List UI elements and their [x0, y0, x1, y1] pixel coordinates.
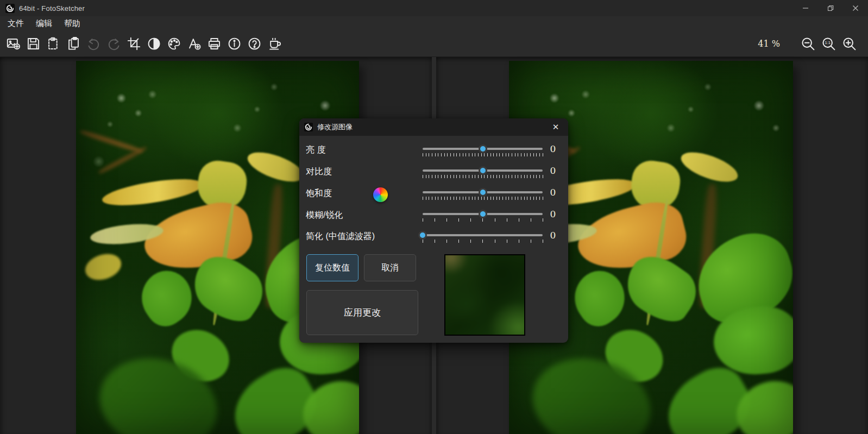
- slider-thumb[interactable]: [479, 210, 487, 218]
- save-icon: [26, 36, 41, 51]
- slider-label: 亮 度: [306, 144, 325, 156]
- svg-text:1:1: 1:1: [825, 40, 830, 45]
- slider-label: 饱和度: [306, 187, 332, 199]
- slider-label: 简化 (中值滤波器): [306, 230, 375, 242]
- donate-button[interactable]: [265, 33, 285, 55]
- copy-button[interactable]: [43, 33, 64, 55]
- leaf-shape: [164, 318, 237, 393]
- dialog-close-button[interactable]: ✕: [543, 118, 568, 136]
- close-icon: [852, 5, 859, 11]
- zoom-level: 41 %: [758, 39, 780, 49]
- leaf-shape: [194, 159, 249, 213]
- slider-track[interactable]: [423, 234, 543, 236]
- slider-value: 0: [545, 165, 561, 177]
- coffee-icon: [267, 36, 282, 51]
- preview-thumbnail: [444, 254, 525, 336]
- toolbar-zoom-group: 41 % 1:1: [758, 33, 868, 55]
- menubar: 文件编辑帮助: [0, 16, 868, 31]
- leaf-shape: [645, 199, 669, 325]
- modify-source-dialog: 修改源图像 ✕ 亮 度0对比度0饱和度0模糊/锐化0简化 (中值滤波器)0 复位…: [299, 118, 568, 343]
- window-controls: [793, 0, 868, 16]
- close-button[interactable]: [843, 0, 868, 16]
- open-image-icon: [6, 36, 21, 51]
- print-icon: [207, 36, 222, 51]
- minimize-button[interactable]: [793, 0, 818, 16]
- titlebar[interactable]: 64bit - FotoSketcher: [0, 0, 868, 16]
- undo-button: [84, 33, 104, 55]
- leaf-shape: [100, 174, 204, 211]
- leaf-shape: [264, 184, 284, 307]
- color-wheel-icon: [373, 187, 388, 202]
- leaf-shape: [522, 345, 661, 434]
- slider-thumb[interactable]: [479, 144, 487, 153]
- cancel-button[interactable]: 取消: [364, 254, 416, 281]
- contrast-icon: [147, 36, 161, 51]
- leaf-shape: [564, 262, 636, 334]
- add-text-icon: [187, 36, 202, 51]
- menu-item-2[interactable]: 帮助: [58, 17, 86, 30]
- dialog-titlebar[interactable]: 修改源图像 ✕: [299, 118, 568, 136]
- leaf-shape: [571, 196, 690, 280]
- leaf-shape: [89, 345, 227, 434]
- clipboard-dashed-icon: [46, 36, 61, 51]
- print-button[interactable]: [204, 33, 224, 55]
- zoom-in-button[interactable]: [839, 33, 859, 55]
- slider-thumb[interactable]: [479, 188, 487, 197]
- redo-button: [104, 33, 124, 55]
- slider-ticks: [423, 240, 543, 243]
- leaf-shape: [710, 304, 793, 378]
- palette-icon: [167, 36, 181, 51]
- restore-button[interactable]: [818, 0, 843, 16]
- leaf-shape: [698, 184, 718, 307]
- menu-item-1[interactable]: 编辑: [30, 17, 58, 30]
- minimize-icon: [802, 5, 809, 11]
- slider-ticks: [423, 197, 543, 200]
- leaf-shape: [728, 372, 793, 434]
- slider-label: 模糊/锐化: [306, 209, 343, 221]
- slider-value: 0: [545, 229, 561, 241]
- apply-changes-button[interactable]: 应用更改: [306, 290, 418, 335]
- zoom-1-1-icon: 1:1: [821, 36, 836, 52]
- zoom-out-button[interactable]: [797, 33, 818, 55]
- paste-icon: [66, 36, 81, 51]
- toolbar: 41 % 1:1: [0, 31, 868, 57]
- save-button[interactable]: [23, 33, 43, 55]
- help-button[interactable]: [244, 33, 265, 55]
- fotosketcher-logo-icon: [304, 123, 313, 131]
- leaf-shape: [221, 357, 328, 434]
- zoom-actual-button[interactable]: 1:1: [818, 33, 839, 55]
- dialog-title: 修改源图像: [317, 122, 353, 132]
- leaf-shape: [81, 250, 124, 284]
- slider-thumb[interactable]: [479, 166, 487, 175]
- leaf-shape: [139, 196, 257, 280]
- leaf-shape: [131, 262, 203, 334]
- preview-thumbnail-image: [444, 254, 525, 336]
- slider-value: 0: [545, 186, 561, 198]
- slider-ticks: [423, 175, 543, 178]
- add-text-button[interactable]: [184, 33, 204, 55]
- crop-button[interactable]: [124, 33, 144, 55]
- leaf-shape: [90, 221, 165, 247]
- reset-values-button[interactable]: 复位数值: [306, 254, 358, 281]
- palette-button[interactable]: [164, 33, 184, 55]
- leaf-shape: [654, 357, 762, 434]
- leaf-shape: [686, 223, 793, 331]
- slider-thumb[interactable]: [418, 231, 427, 240]
- open-image-button[interactable]: [3, 33, 23, 55]
- menu-item-0[interactable]: 文件: [2, 17, 30, 30]
- contrast-button[interactable]: [144, 33, 164, 55]
- leaf-shape: [677, 147, 741, 188]
- info-icon: [227, 36, 242, 51]
- leaf-shape: [212, 199, 236, 325]
- slider-ticks: [423, 218, 543, 222]
- leaf-shape: [294, 372, 359, 434]
- window-title: 64bit - FotoSketcher: [19, 4, 85, 12]
- slider-label: 对比度: [306, 166, 332, 178]
- restore-icon: [827, 5, 834, 11]
- leaf-shape: [183, 245, 273, 331]
- leaf-shape: [98, 146, 147, 174]
- about-button[interactable]: [224, 33, 244, 55]
- paste-button[interactable]: [64, 33, 84, 55]
- zoom-out-icon: [800, 36, 816, 52]
- fotosketcher-logo-icon: [5, 4, 15, 13]
